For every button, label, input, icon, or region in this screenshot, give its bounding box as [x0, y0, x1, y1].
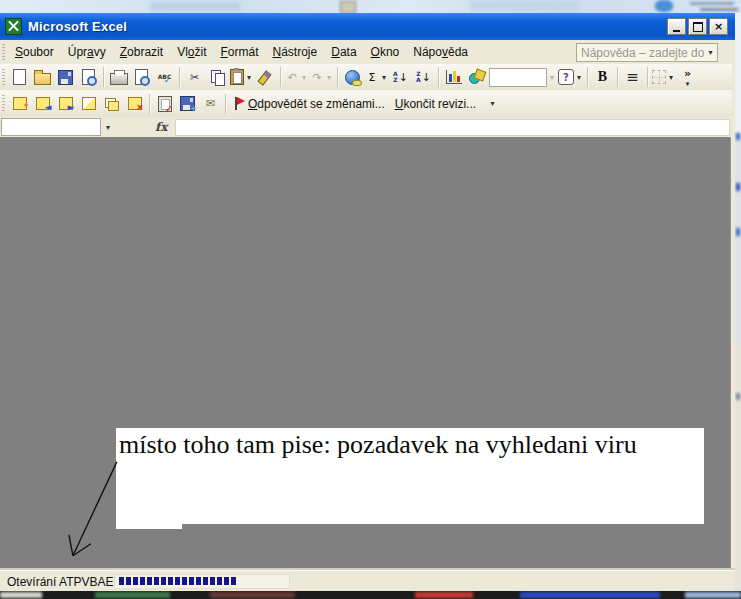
annotation-text: místo toho tam pise: pozadavek na vyhled…: [116, 428, 704, 460]
progress-block: [140, 577, 145, 585]
menu-data[interactable]: Data: [324, 42, 363, 62]
menu-nastroje[interactable]: Nástroje: [266, 42, 325, 62]
excel-window: Microsoft Excel × SouborÚpravyZobrazitVl…: [0, 13, 735, 591]
name-box-dropdown[interactable]: ▾: [101, 119, 115, 135]
toolbar-separator: [225, 94, 226, 114]
borders-button[interactable]: ▾: [651, 66, 676, 88]
show-comment-button[interactable]: [77, 93, 100, 115]
maximize-button[interactable]: [688, 18, 707, 35]
chevron-down-icon[interactable]: ▾: [300, 73, 308, 82]
open-button[interactable]: [31, 66, 54, 88]
progress-block: [119, 577, 124, 585]
menu-upravy[interactable]: Úpravy: [61, 42, 113, 62]
toolbar-separator: [103, 67, 104, 87]
format-painter-button[interactable]: [254, 66, 277, 88]
chevron-down-icon[interactable]: ▾: [245, 73, 253, 82]
sort-ascending-button[interactable]: A Z↓: [389, 66, 412, 88]
menu-okno[interactable]: Okno: [364, 42, 407, 62]
toolbar-separator: [280, 67, 281, 87]
minimize-icon: [673, 30, 680, 32]
menu-zobrazit[interactable]: Zobrazit: [113, 42, 170, 62]
insert-hyperlink-button[interactable]: [341, 66, 364, 88]
insert-function-icon[interactable]: fx: [155, 120, 167, 134]
desktop-text-fragment: [690, 2, 734, 5]
progress-block: [133, 577, 138, 585]
new-comment-button[interactable]: *: [8, 93, 31, 115]
formula-bar: ▾ fx: [0, 117, 732, 139]
chevron-down-icon[interactable]: ▾: [548, 73, 556, 82]
help-question-combobox[interactable]: Nápověda – zadejte dotaz ▾: [576, 43, 718, 62]
toolbar-separator: [647, 67, 648, 87]
wallpaper-fragment: [520, 592, 660, 598]
align-center-button[interactable]: ≡: [621, 66, 644, 88]
window-controls: ×: [667, 18, 728, 35]
close-button[interactable]: ×: [709, 18, 728, 35]
autosum-button[interactable]: Σ▾: [364, 66, 389, 88]
chevron-down-icon[interactable]: ▾: [575, 73, 583, 82]
formula-input[interactable]: [175, 119, 730, 136]
zoom-combobox-field[interactable]: [489, 68, 547, 87]
cut-button[interactable]: ✂: [183, 66, 206, 88]
print-button[interactable]: [107, 66, 130, 88]
delete-comment-button[interactable]: ×: [123, 93, 146, 115]
show-all-comments-button[interactable]: [100, 93, 123, 115]
chevron-down-icon[interactable]: ▾: [667, 73, 675, 82]
bold-button[interactable]: B: [591, 66, 614, 88]
search-button[interactable]: [77, 66, 100, 88]
new-button[interactable]: [8, 66, 31, 88]
desktop-text-fragment: [700, 8, 738, 11]
toolbar-grip-handle[interactable]: [2, 69, 5, 86]
sort-ascending-button-icon: A Z↓: [393, 71, 408, 84]
redo-button[interactable]: ↷▾: [309, 66, 334, 88]
open-button-icon: [34, 73, 51, 85]
menu-napoveda[interactable]: Nápověda: [406, 42, 475, 62]
standard-toolbar: ABC✓✂▾↶▾↷▾Σ▾A Z↓Z A↓▾?▾B≡▾»▾: [0, 64, 732, 91]
menu-vlozit[interactable]: Vložit: [170, 42, 213, 62]
copy-button[interactable]: [206, 66, 229, 88]
undo-button[interactable]: ↶▾: [284, 66, 309, 88]
reply-with-changes-button[interactable]: Odpovědět se změnami...: [229, 93, 390, 115]
reviewing-toolbar-items: *◄►×✓+✉Odpovědět se změnami...Ukončit re…: [8, 93, 504, 115]
toolbar-grip-handle[interactable]: [2, 95, 5, 112]
chart-wizard-button[interactable]: [442, 66, 465, 88]
print-preview-button[interactable]: [130, 66, 153, 88]
select-changes-button-icon: ✓: [158, 96, 172, 112]
menu-soubor[interactable]: Soubor: [8, 42, 61, 62]
drawing-button[interactable]: [465, 66, 488, 88]
desktop-wallpaper-bottom: [0, 591, 741, 599]
menu-format[interactable]: Formát: [213, 42, 265, 62]
chevron-down-icon[interactable]: ▾: [325, 73, 333, 82]
zoom-combobox[interactable]: ▾: [488, 66, 557, 88]
undo-button-icon: ↶: [285, 69, 299, 85]
progress-block: [196, 577, 201, 585]
progress-block: [154, 577, 159, 585]
name-box[interactable]: [1, 118, 101, 136]
paste-button[interactable]: ▾: [229, 66, 254, 88]
previous-comment-button[interactable]: ◄: [31, 93, 54, 115]
insert-hyperlink-button-icon: [345, 70, 360, 85]
minimize-button[interactable]: [667, 18, 686, 35]
save-button[interactable]: [54, 66, 77, 88]
chevron-down-icon[interactable]: ▾: [704, 48, 717, 57]
update-file-button[interactable]: +: [176, 93, 199, 115]
menu-grip-handle[interactable]: [2, 44, 5, 61]
title-bar[interactable]: Microsoft Excel ×: [0, 13, 735, 40]
mail-recipient-button[interactable]: ✉: [199, 93, 222, 115]
bold-button-icon: B: [596, 69, 610, 85]
menu-bar: SouborÚpravyZobrazitVložitFormátNástroje…: [0, 40, 732, 65]
end-review-button[interactable]: Ukončit revizi...: [390, 93, 481, 115]
spelling-button[interactable]: ABC✓: [153, 66, 176, 88]
wallpaper-fragment: [95, 592, 170, 598]
wallpaper-fragment: [210, 592, 295, 598]
next-comment-button[interactable]: ►: [54, 93, 77, 115]
chevron-down-icon[interactable]: ▾: [380, 73, 388, 82]
drawing-button-icon: [469, 70, 485, 84]
status-bar: Otevírání ATPVBAEN:: [0, 570, 735, 591]
reviewing-options-button[interactable]: ▾: [481, 93, 504, 115]
help-button[interactable]: ?▾: [557, 66, 584, 88]
help-question-placeholder: Nápověda – zadejte dotaz: [577, 46, 704, 60]
sort-descending-button[interactable]: Z A↓: [412, 66, 435, 88]
toolbar-options-button[interactable]: »▾: [676, 66, 699, 88]
select-changes-button[interactable]: ✓: [153, 93, 176, 115]
print-preview-button-icon: [135, 69, 148, 85]
